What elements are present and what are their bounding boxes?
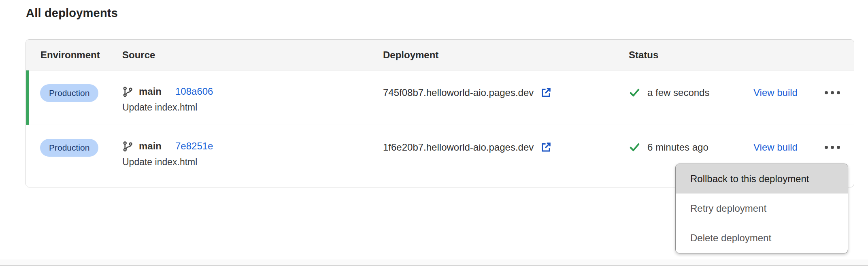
current-deployment-marker — [26, 70, 29, 125]
source-cell: main 108a606 Update index.html — [122, 86, 383, 113]
git-branch-icon — [122, 141, 133, 152]
deployment-url-link[interactable]: 745f08b7.helloworld-aio.pages.dev — [383, 87, 534, 98]
row-actions-button[interactable] — [824, 88, 841, 98]
ellipsis-icon — [825, 91, 828, 94]
column-header-environment: Environment — [26, 49, 122, 61]
environment-cell: Production — [26, 86, 122, 102]
table-row: Production main 108a606 Update index.htm… — [26, 70, 854, 125]
status-cell: a few seconds View build — [629, 87, 854, 98]
deployed-time: 6 minutes ago — [647, 142, 708, 153]
view-build-link[interactable]: View build — [753, 87, 798, 98]
table-header-row: Environment Source Deployment Status — [26, 40, 854, 70]
deployment-cell: 745f08b7.helloworld-aio.pages.dev — [383, 87, 629, 98]
page-title: All deployments — [26, 6, 118, 20]
git-branch-icon — [122, 86, 133, 97]
column-header-source: Source — [122, 49, 383, 61]
success-check-icon — [629, 141, 640, 153]
environment-badge: Production — [40, 84, 98, 102]
commit-link[interactable]: 108a606 — [175, 86, 213, 97]
column-header-deployment: Deployment — [383, 49, 629, 61]
menu-item-rollback[interactable]: Rollback to this deployment — [676, 164, 848, 194]
external-link-icon[interactable] — [540, 141, 552, 153]
environment-badge: Production — [40, 139, 98, 157]
deployed-time: a few seconds — [647, 87, 709, 98]
view-build-link[interactable]: View build — [753, 142, 798, 153]
footer-band — [0, 259, 868, 265]
deployment-cell: 1f6e20b7.helloworld-aio.pages.dev — [383, 141, 629, 153]
external-link-icon[interactable] — [540, 87, 552, 98]
status-group: 6 minutes ago — [629, 141, 753, 153]
status-group: a few seconds — [629, 87, 753, 98]
status-cell: 6 minutes ago View build — [629, 141, 854, 153]
deployments-page: All deployments Environment Source Deplo… — [0, 0, 868, 268]
deployment-url-link[interactable]: 1f6e20b7.helloworld-aio.pages.dev — [383, 142, 534, 153]
branch-name: main — [139, 86, 162, 97]
success-check-icon — [629, 87, 640, 98]
branch-name: main — [139, 140, 162, 152]
row-actions-button[interactable] — [824, 143, 841, 152]
menu-item-retry[interactable]: Retry deployment — [676, 194, 848, 223]
commit-link[interactable]: 7e8251e — [175, 140, 213, 152]
source-cell: main 7e8251e Update index.html — [122, 140, 383, 168]
commit-message: Update index.html — [122, 102, 383, 113]
footer-divider — [0, 265, 868, 266]
menu-item-delete[interactable]: Delete deployment — [676, 223, 848, 253]
ellipsis-icon — [825, 146, 828, 149]
commit-message: Update index.html — [122, 157, 383, 168]
row-actions-menu: Rollback to this deployment Retry deploy… — [675, 164, 848, 253]
environment-cell: Production — [26, 140, 122, 157]
column-header-status: Status — [629, 49, 854, 61]
